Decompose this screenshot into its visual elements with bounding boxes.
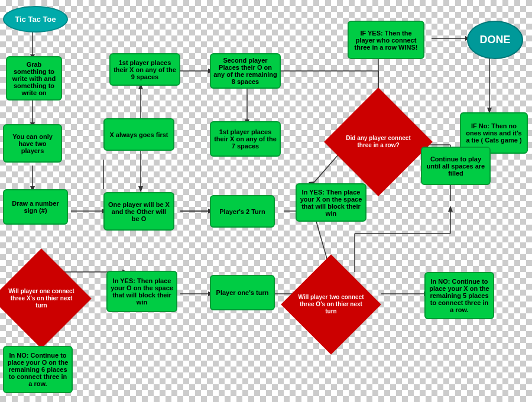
svg-marker-38 (448, 206, 453, 212)
will-p2-connect-diamond: Will player two connect three O's on thi… (281, 254, 381, 355)
tic-tac-toe-title: Tic Tac Toe (3, 6, 68, 33)
player1-x7-box: 1st player places their X on any of the … (210, 121, 281, 157)
if-yes-wins-box: IF YES: Then the player who connect thre… (348, 21, 424, 59)
player-one-turn-box: Player one's turn (210, 275, 275, 310)
player2-o8-box: Second player Places their O on any of t… (210, 53, 281, 89)
continue-fill-box: Continue to play until all spaces are fi… (421, 147, 491, 185)
svg-marker-10 (138, 186, 143, 192)
in-yes-block-x-box: In YES: Then place your X on the space t… (296, 183, 366, 222)
two-players-box: You can only have two players (3, 124, 62, 163)
in-no-6-box: In NO: Continue to place your O on the r… (3, 346, 73, 393)
done-oval: DONE (467, 21, 523, 59)
players2-turn-box: Player's 2 Turn (210, 195, 275, 228)
draw-number-box: Draw a number sign (#) (3, 189, 68, 225)
one-x-one-o-box: One player will be X and the Other will … (103, 192, 174, 231)
player1-x9-box: 1st player places their X on any of the … (109, 53, 180, 86)
in-yes-block-o-box: In YES: Then place your O on the space t… (106, 271, 177, 312)
grab-box: Grab something to write with and somethi… (6, 56, 62, 100)
in-no-5-box: In NO: Continue to place your X on the r… (424, 272, 494, 319)
will-p1-connect-diamond: Will player one connect three X's on thi… (0, 248, 92, 349)
did-any-connect-diamond: Did any player connect three in a row? (324, 87, 433, 196)
x-always-box: X always goes first (103, 118, 174, 151)
